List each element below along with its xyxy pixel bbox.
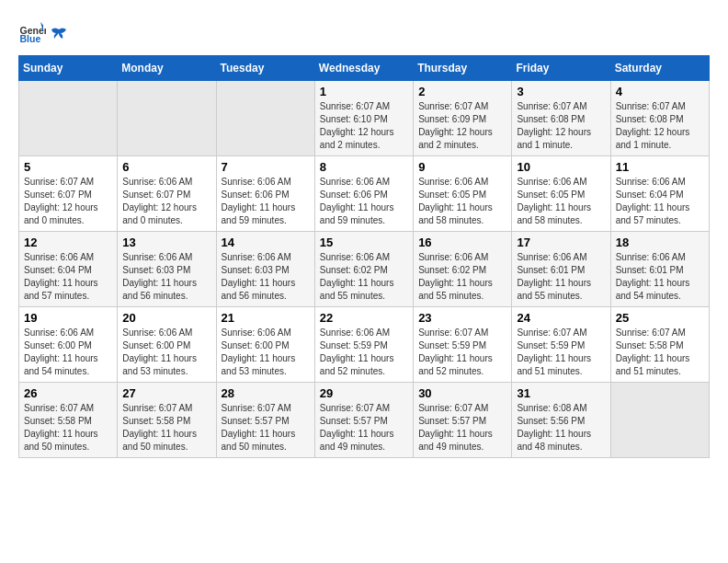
calendar-day-cell: 5Sunrise: 6:07 AM Sunset: 6:07 PM Daylig… [19,156,118,232]
calendar-week-row: 26Sunrise: 6:07 AM Sunset: 5:58 PM Dayli… [19,383,710,458]
calendar-day-header: Sunday [19,56,118,81]
day-info: Sunrise: 6:06 AM Sunset: 6:03 PM Dayligh… [222,251,310,303]
calendar-day-cell: 25Sunrise: 6:07 AM Sunset: 5:58 PM Dayli… [610,307,709,383]
calendar-day-cell: 9Sunrise: 6:06 AM Sunset: 6:05 PM Daylig… [414,156,512,232]
day-number: 11 [616,160,704,174]
calendar-week-row: 19Sunrise: 6:06 AM Sunset: 6:00 PM Dayli… [19,307,710,383]
calendar-day-cell: 14Sunrise: 6:06 AM Sunset: 6:03 PM Dayli… [216,232,314,307]
day-number: 4 [616,85,704,98]
day-info: Sunrise: 6:07 AM Sunset: 5:59 PM Dayligh… [418,327,506,378]
day-info: Sunrise: 6:07 AM Sunset: 5:58 PM Dayligh… [24,402,112,454]
calendar-day-cell: 18Sunrise: 6:06 AM Sunset: 6:01 PM Dayli… [610,232,709,307]
calendar-day-cell: 11Sunrise: 6:06 AM Sunset: 6:04 PM Dayli… [610,156,709,232]
day-number: 8 [320,160,408,174]
calendar-day-cell: 20Sunrise: 6:06 AM Sunset: 6:00 PM Dayli… [118,307,216,383]
day-info: Sunrise: 6:06 AM Sunset: 6:00 PM Dayligh… [24,327,112,378]
day-info: Sunrise: 6:06 AM Sunset: 6:01 PM Dayligh… [517,251,605,303]
day-number: 14 [222,236,310,249]
day-info: Sunrise: 6:06 AM Sunset: 6:06 PM Dayligh… [222,176,310,227]
calendar-day-cell [118,81,216,156]
calendar-day-cell: 3Sunrise: 6:07 AM Sunset: 6:08 PM Daylig… [512,81,610,156]
day-info: Sunrise: 6:06 AM Sunset: 6:00 PM Dayligh… [122,327,210,378]
calendar-body: 1Sunrise: 6:07 AM Sunset: 6:10 PM Daylig… [19,81,710,458]
day-info: Sunrise: 6:07 AM Sunset: 5:58 PM Dayligh… [616,327,704,378]
day-number: 19 [24,311,112,325]
day-info: Sunrise: 6:07 AM Sunset: 6:09 PM Dayligh… [418,100,506,152]
calendar-day-cell: 10Sunrise: 6:06 AM Sunset: 6:05 PM Dayli… [512,156,610,232]
day-info: Sunrise: 6:08 AM Sunset: 5:56 PM Dayligh… [517,402,605,454]
calendar-day-cell: 30Sunrise: 6:07 AM Sunset: 5:57 PM Dayli… [414,383,512,458]
calendar-day-cell: 2Sunrise: 6:07 AM Sunset: 6:09 PM Daylig… [414,81,512,156]
day-info: Sunrise: 6:07 AM Sunset: 5:57 PM Dayligh… [418,402,506,454]
logo: General Blue [18,18,68,46]
day-number: 21 [222,311,310,325]
calendar-day-cell: 15Sunrise: 6:06 AM Sunset: 6:02 PM Dayli… [314,232,413,307]
day-number: 25 [616,311,704,325]
day-number: 26 [24,386,112,400]
day-number: 20 [122,311,210,325]
day-info: Sunrise: 6:06 AM Sunset: 6:02 PM Dayligh… [320,251,408,303]
day-info: Sunrise: 6:06 AM Sunset: 5:59 PM Dayligh… [320,327,408,378]
svg-text:Blue: Blue [20,33,41,44]
calendar-table: SundayMondayTuesdayWednesdayThursdayFrid… [18,55,710,458]
calendar-day-header: Thursday [414,56,512,81]
logo-icon: General Blue [18,18,46,46]
day-info: Sunrise: 6:06 AM Sunset: 6:01 PM Dayligh… [616,251,704,303]
day-number: 27 [122,386,210,400]
calendar-day-cell [216,81,314,156]
day-number: 9 [418,160,506,174]
day-number: 24 [517,311,605,325]
day-number: 29 [320,386,408,400]
day-number: 6 [122,160,210,174]
day-info: Sunrise: 6:07 AM Sunset: 5:57 PM Dayligh… [222,402,310,454]
day-info: Sunrise: 6:06 AM Sunset: 6:03 PM Dayligh… [122,251,210,303]
calendar-day-cell: 29Sunrise: 6:07 AM Sunset: 5:57 PM Dayli… [314,383,413,458]
calendar-day-header: Monday [118,56,216,81]
day-info: Sunrise: 6:07 AM Sunset: 6:08 PM Dayligh… [616,100,704,152]
calendar-day-cell: 1Sunrise: 6:07 AM Sunset: 6:10 PM Daylig… [314,81,413,156]
calendar-day-cell: 19Sunrise: 6:06 AM Sunset: 6:00 PM Dayli… [19,307,118,383]
day-number: 23 [418,311,506,325]
calendar-day-cell: 7Sunrise: 6:06 AM Sunset: 6:06 PM Daylig… [216,156,314,232]
calendar-day-cell: 4Sunrise: 6:07 AM Sunset: 6:08 PM Daylig… [610,81,709,156]
calendar-day-header: Saturday [610,56,709,81]
day-number: 30 [418,386,506,400]
day-info: Sunrise: 6:06 AM Sunset: 6:05 PM Dayligh… [517,176,605,227]
calendar-day-cell: 31Sunrise: 6:08 AM Sunset: 5:56 PM Dayli… [512,383,610,458]
calendar-day-cell: 8Sunrise: 6:06 AM Sunset: 6:06 PM Daylig… [314,156,413,232]
day-number: 12 [24,236,112,249]
calendar-day-cell: 28Sunrise: 6:07 AM Sunset: 5:57 PM Dayli… [216,383,314,458]
calendar-day-cell: 26Sunrise: 6:07 AM Sunset: 5:58 PM Dayli… [19,383,118,458]
calendar-day-header: Friday [512,56,610,81]
calendar-day-cell: 27Sunrise: 6:07 AM Sunset: 5:58 PM Dayli… [118,383,216,458]
day-number: 31 [517,386,605,400]
day-info: Sunrise: 6:07 AM Sunset: 5:58 PM Dayligh… [122,402,210,454]
day-number: 5 [24,160,112,174]
calendar-day-cell: 21Sunrise: 6:06 AM Sunset: 6:00 PM Dayli… [216,307,314,383]
calendar-day-cell: 12Sunrise: 6:06 AM Sunset: 6:04 PM Dayli… [19,232,118,307]
day-info: Sunrise: 6:06 AM Sunset: 6:04 PM Dayligh… [616,176,704,227]
calendar-day-cell: 23Sunrise: 6:07 AM Sunset: 5:59 PM Dayli… [414,307,512,383]
day-info: Sunrise: 6:06 AM Sunset: 6:06 PM Dayligh… [320,176,408,227]
calendar-day-cell [610,383,709,458]
day-number: 13 [122,236,210,249]
day-number: 28 [222,386,310,400]
calendar-day-cell: 16Sunrise: 6:06 AM Sunset: 6:02 PM Dayli… [414,232,512,307]
day-info: Sunrise: 6:06 AM Sunset: 6:00 PM Dayligh… [222,327,310,378]
calendar-week-row: 5Sunrise: 6:07 AM Sunset: 6:07 PM Daylig… [19,156,710,232]
day-info: Sunrise: 6:06 AM Sunset: 6:07 PM Dayligh… [122,176,210,227]
calendar-day-cell [19,81,118,156]
day-info: Sunrise: 6:06 AM Sunset: 6:05 PM Dayligh… [418,176,506,227]
day-number: 1 [320,85,408,98]
day-number: 18 [616,236,704,249]
calendar-day-cell: 24Sunrise: 6:07 AM Sunset: 5:59 PM Dayli… [512,307,610,383]
calendar-day-cell: 22Sunrise: 6:06 AM Sunset: 5:59 PM Dayli… [314,307,413,383]
logo-bird-icon [50,26,68,44]
day-number: 15 [320,236,408,249]
calendar-week-row: 1Sunrise: 6:07 AM Sunset: 6:10 PM Daylig… [19,81,710,156]
day-number: 22 [320,311,408,325]
day-info: Sunrise: 6:06 AM Sunset: 6:02 PM Dayligh… [418,251,506,303]
day-number: 10 [517,160,605,174]
calendar-day-header: Tuesday [216,56,314,81]
day-number: 2 [418,85,506,98]
